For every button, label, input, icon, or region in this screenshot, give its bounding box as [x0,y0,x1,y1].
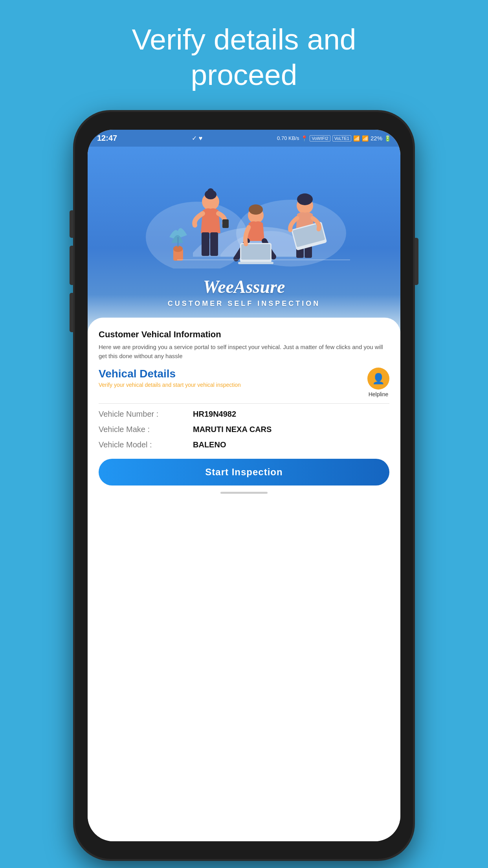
content-section: Customer Vehical Information Here we are… [88,318,400,841]
vehicle-details-title: Vehical Details [99,368,241,380]
section-title: Customer Vehical Information [99,329,389,340]
heart-icon: ♥ [199,135,203,142]
vehicle-make-label: Vehicle Make : [99,425,193,434]
section-description: Here we are providing you a service port… [99,343,389,360]
svg-rect-15 [238,262,273,264]
status-bar: 12:47 ✓ ♥ 0.70 KB/s 📍 VoWIFI2 VoLTE1 📶 📶… [88,130,400,147]
svg-point-17 [297,193,313,205]
helpline-icon: 👤 [367,368,389,390]
svg-rect-10 [222,219,229,228]
brand-section: WeeAssure CUSTOMER SELF INSPECTION [88,272,400,312]
network-speed: 0.70 KB/s [277,135,299,141]
vehicle-number-row: Vehicle Number : HR19N4982 [99,410,389,419]
vehicle-model-row: Vehicle Model : BALENO [99,440,389,449]
phone-screen: 12:47 ✓ ♥ 0.70 KB/s 📍 VoWIFI2 VoLTE1 📶 📶… [88,130,400,841]
svg-point-12 [249,204,263,215]
page-title: Verify details and proceed [132,22,356,92]
svg-point-7 [207,188,214,195]
app-hero: WeeAssure CUSTOMER SELF INSPECTION [88,147,400,331]
brand-subtitle: CUSTOMER SELF INSPECTION [88,300,400,308]
phone-mockup: 12:47 ✓ ♥ 0.70 KB/s 📍 VoWIFI2 VoLTE1 📶 📶… [75,112,413,859]
wifi-icon: 📶 [353,135,360,142]
svg-rect-9 [210,232,218,256]
svg-rect-8 [202,232,209,256]
status-time: 12:47 [97,134,117,143]
illustration [88,147,400,272]
vehicle-make-row: Vehicle Make : MARUTI NEXA CARS [99,425,389,434]
battery-icon: 🔋 [384,135,391,142]
home-indicator [220,492,268,494]
checkmark-icon: ✓ [192,134,197,142]
vehicle-make-value: MARUTI NEXA CARS [193,425,272,434]
signal-icon: 📶 [362,135,369,142]
divider [99,403,389,404]
svg-rect-14 [241,244,270,260]
volte-badge: VoLTE1 [332,135,351,142]
battery-text: 22% [371,135,382,142]
wifi-badge-1: VoWIFI2 [310,135,330,142]
vehicle-number-value: HR19N4982 [193,410,236,419]
helpline-label: Helpline [369,391,389,397]
start-inspection-button[interactable]: Start Inspection [99,459,389,485]
helpline-button[interactable]: 👤 Helpline [367,368,389,397]
location-icon: 📍 [301,135,308,142]
vehicle-number-label: Vehicle Number : [99,410,193,419]
vehicle-model-label: Vehicle Model : [99,440,193,449]
vehicle-subtitle: Verify your vehical details and start yo… [99,382,241,388]
brand-name: WeeAssure [88,276,400,297]
vehicle-model-value: BALENO [193,440,226,449]
